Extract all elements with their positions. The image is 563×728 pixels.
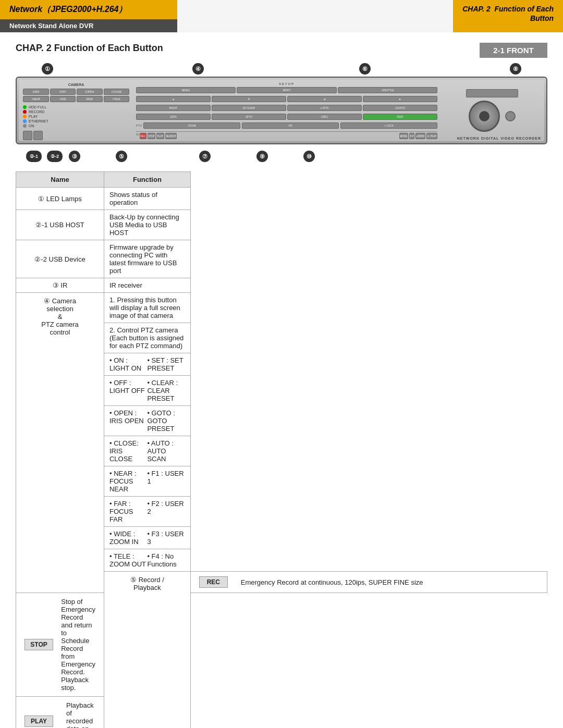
callout-5: ⑤ xyxy=(116,151,127,162)
dvr-cam-btn[interactable]: 1OFF xyxy=(50,89,76,95)
dvr-btn[interactable]: 0SFA xyxy=(363,114,437,120)
dvr-btn[interactable]: USF1 xyxy=(287,114,362,120)
callout-circle-1: ① xyxy=(42,63,53,75)
dvr-cam-btn[interactable]: +CLOSE xyxy=(104,89,130,95)
name-ir: ③ IR xyxy=(16,278,104,293)
bottom-callouts-row: ②-1 ②-2 ③ ⑤ ⑦ ⑨ ⑩ xyxy=(16,149,547,164)
play-button-label: PLAY xyxy=(25,715,53,727)
dvr-btn[interactable]: ► xyxy=(363,96,437,102)
front-badge: 2-1 FRONT xyxy=(480,43,547,58)
callout-7: ⑦ xyxy=(199,151,211,162)
dvr-play-btn[interactable]: PLAY xyxy=(156,133,164,139)
dvr-btn[interactable]: FR xyxy=(242,122,339,129)
dvr-btn[interactable]: × LOCK xyxy=(340,122,437,129)
callout-3: ③ xyxy=(69,151,80,162)
func-cam-near: • NEAR : FOCUS NEAR • F1 : USER 1 xyxy=(104,466,190,497)
top-callouts-row: ① ④ ⑥ ⑧ xyxy=(16,63,547,77)
func-cam-close: • CLOSE: IRIS CLOSE • AUTO : AUTO SCAN xyxy=(104,436,190,466)
table-row-play: PLAY Playback of recorded data on HDD xyxy=(16,697,547,729)
stop-button-label: STOP xyxy=(25,639,53,650)
callout-circle-4: ④ xyxy=(192,63,204,75)
header-right-title: CHAP. 2 Function of EachButton xyxy=(453,0,563,32)
table-row-usb-device: ②-2 USB Device Firmware upgrade by conne… xyxy=(16,240,547,278)
table-row-ir: ③ IR IR receiver xyxy=(16,278,547,293)
callout-10-spacer: ⑩ xyxy=(303,151,315,162)
func-usb-device: Firmware upgrade by connecting PC with l… xyxy=(104,240,190,278)
callout-5-spacer: ⑤ xyxy=(116,151,127,162)
func-cam-open: • OPEN : IRIS OPEN • GOTO : GOTO PRESET xyxy=(104,406,190,436)
callout-2-1: ②-1 xyxy=(26,151,42,162)
led-row: ETHERNET xyxy=(23,119,129,123)
dvr-search-btn[interactable]: SEARCH xyxy=(165,133,177,139)
dvr-inner: CAMERA 1VER 1OFF 1OPEN +CLOSE ×NEAR ×FAR… xyxy=(19,80,544,141)
led-row: HDD FULL xyxy=(23,105,129,109)
led-row: ON xyxy=(23,124,129,128)
dvr-btn[interactable]: G. PLAY xyxy=(426,133,437,139)
dvr-left-panel: CAMERA 1VER 1OFF 1OPEN +CLOSE ×NEAR ×FAR… xyxy=(19,80,133,141)
func-cam-line1: 1. Pressing this button will display a f… xyxy=(104,293,190,323)
play-desc: Playback of recorded data on HDD xyxy=(63,700,99,728)
callout-8-top: ⑧ xyxy=(510,63,521,75)
dvr-tape-slot xyxy=(466,89,518,97)
led-row: RECORD xyxy=(23,110,129,114)
dvr-cam-btn[interactable]: 1VER xyxy=(23,89,49,95)
dvr-stop-btn[interactable]: STOP xyxy=(148,133,156,139)
rec-button-label: REC xyxy=(199,576,228,588)
dvr-btn[interactable]: RIGHT xyxy=(136,105,211,111)
dvr-center-panel: SETUP MENU INPUT ↕SHUTTLE ▲ ▼ ◄ ► RIGHT … xyxy=(133,80,440,141)
stop-desc: Stop of Emergency Record and return to S… xyxy=(58,596,99,693)
table-row-stop: STOP Stop of Emergency Record and return… xyxy=(16,593,547,697)
dvr-btn[interactable]: ▲ xyxy=(136,96,211,102)
callout-6-top: ⑥ xyxy=(359,63,371,75)
dvr-cam-btn[interactable]: WIDE xyxy=(77,96,103,102)
dvr-logo: NETWORK DIGITAL VIDEO RECORDER xyxy=(457,137,541,140)
callout-2-2: ②-2 xyxy=(47,151,63,162)
dvr-btn[interactable]: ◄ xyxy=(287,96,362,102)
table-row-cam-1: ④ Cameraselection&PTZ cameracontrol 1. P… xyxy=(16,293,547,323)
dvr-btn[interactable]: MODE xyxy=(399,133,408,139)
dvr-cam-btn[interactable]: ×NEAR xyxy=(23,96,49,102)
dvr-cam-btn[interactable]: 1OPEN xyxy=(77,89,103,95)
dvr-btn[interactable]: +/-BTG xyxy=(287,105,362,111)
dvr-cam-btn[interactable]: ×TELE xyxy=(104,96,130,102)
dvr-btn[interactable]: 1P F2 xyxy=(212,114,286,120)
table-header-name: Name xyxy=(16,172,104,188)
dvr-round-btn[interactable] xyxy=(505,111,516,121)
jog-wheel[interactable] xyxy=(469,101,500,132)
callout-9: ⑨ xyxy=(256,151,268,162)
dvr-btn[interactable]: 12ASTO xyxy=(363,105,437,111)
func-rec: REC Emergency Record at continuous, 120i… xyxy=(190,572,547,593)
led-row: PLAY xyxy=(23,115,129,118)
func-led: Shows status of operation xyxy=(104,188,190,210)
dvr-btn[interactable]: ZOOM xyxy=(143,122,240,129)
name-cam: ④ Cameraselection&PTZ cameracontrol xyxy=(16,293,104,593)
dvr-rec-btn[interactable]: REC xyxy=(140,133,146,139)
dvr-btn[interactable]: 1DP1 xyxy=(136,114,211,120)
page-content: CHAP. 2 Function of Each Button 2-1 FRON… xyxy=(0,32,563,728)
dvr-menu-btn[interactable]: MENU xyxy=(136,87,236,93)
func-cam-off: • OFF : LIGHT OFF • CLEAR : CLEAR PRESET xyxy=(104,376,190,406)
callout-10: ⑩ xyxy=(303,151,315,162)
dvr-btn[interactable]: +KBRD xyxy=(415,133,425,139)
dvr-btn[interactable]: ▼ xyxy=(212,96,286,102)
dvr-shuttle-btn[interactable]: ↕SHUTTLE xyxy=(338,87,437,93)
dvr-input-btn[interactable]: INPUT xyxy=(237,87,336,93)
header-left-title: Network（JPEG2000+H.264） xyxy=(0,0,177,19)
callout-4-top: ④ xyxy=(192,63,204,75)
func-ir: IR receiver xyxy=(104,278,190,293)
callout-9-spacer: ⑨ xyxy=(256,151,268,162)
rec-desc: Emergency Record at continuous, 120ips, … xyxy=(238,575,542,589)
callout-circle-6: ⑥ xyxy=(359,63,371,75)
callout-7-spacer: ⑦ xyxy=(199,151,211,162)
table-header-func: Function xyxy=(104,172,190,188)
func-cam-wide: • WIDE : ZOOM IN • F3 : USER 3 xyxy=(104,527,190,549)
table-row-led: ① LED Lamps Shows status of operation xyxy=(16,188,547,210)
callout-1-top: ① xyxy=(42,63,53,75)
dvr-btn[interactable]: P-P xyxy=(409,133,414,139)
dvr-btn[interactable]: ID CLEAR xyxy=(212,105,286,111)
table-row-usb-host: ②-1 USB HOST Back-Up by connecting USB M… xyxy=(16,210,547,240)
func-usb-host: Back-Up by connecting USB Media to USB H… xyxy=(104,210,190,240)
subheader-title: Network Stand Alone DVR xyxy=(0,19,177,32)
dvr-cam-btn[interactable]: ×FAR xyxy=(50,96,76,102)
name-led: ① LED Lamps xyxy=(16,188,104,210)
